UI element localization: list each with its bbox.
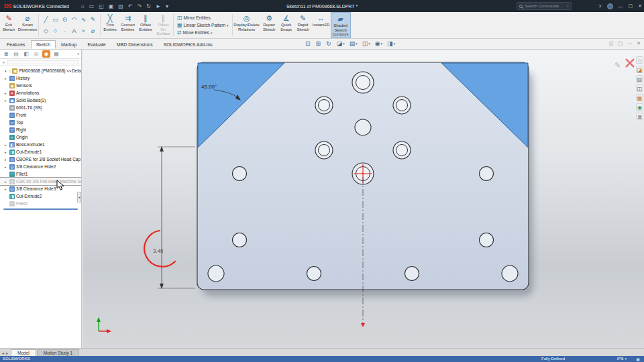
tree-item[interactable]: ▱ Top (0, 119, 81, 126)
command-tab[interactable]: SOLIDWORKS Add-Ins (158, 40, 218, 49)
tree-item[interactable]: ▸ ◧ Boss-Extrude1 (0, 141, 81, 148)
minimize-button[interactable]: — (619, 4, 623, 9)
search-input[interactable] (525, 4, 565, 8)
sketch-entity-button[interactable]: ⌀ (89, 25, 97, 36)
document-window-button[interactable]: — (627, 41, 632, 46)
hole-inner-circle[interactable] (319, 100, 330, 111)
hole-circle[interactable] (502, 265, 518, 282)
task-pane-tab-icon[interactable]: ◫ (636, 84, 643, 92)
hole-circle[interactable] (233, 233, 247, 247)
ribbon-button[interactable]: ∥ Offset Entities (137, 12, 154, 38)
hole-circle[interactable] (307, 267, 321, 281)
tree-item[interactable]: ▸ ◎ 3/8 Clearance Hole2 (0, 163, 81, 170)
quick-access-icon[interactable]: ↶ (128, 3, 133, 9)
ribbon-button[interactable]: ╳ Trim Entities (101, 12, 119, 38)
dropdown-caret-icon[interactable]: ▾ (343, 42, 345, 46)
panel-collapse-handle[interactable]: ◂ (77, 192, 81, 202)
command-tab[interactable]: Sketch (31, 40, 56, 49)
study-tab-nav-icon[interactable]: ▸ (6, 351, 8, 355)
hole-circle[interactable] (355, 119, 371, 135)
document-window-button[interactable]: ✕ (637, 41, 641, 46)
ribbon-button[interactable]: ↔ Instant2D (312, 12, 331, 38)
document-window-button[interactable]: ▢ (619, 41, 623, 46)
angle-dimension-text[interactable]: 45.00° (201, 84, 217, 90)
sketch-entity-button[interactable]: A (70, 25, 78, 36)
ribbon-button[interactable]: ✎ Exit Sketch (0, 12, 17, 38)
hole-circle[interactable] (405, 267, 419, 281)
quick-access-icon[interactable]: ▾ (166, 3, 168, 9)
sketch-entity-button[interactable]: ◇ (42, 25, 50, 36)
hole-circle[interactable] (208, 265, 224, 282)
expand-arrow-icon[interactable]: ▸ (5, 158, 9, 162)
sketch-entity-button[interactable]: ◠ (70, 14, 78, 25)
sketch-entity-button[interactable]: ∙ (60, 25, 69, 36)
task-pane-tab-icon[interactable]: ◪ (636, 66, 643, 73)
expand-arrow-icon[interactable]: ▸ (5, 143, 9, 147)
sketch-entity-button[interactable]: ∿ (79, 14, 88, 25)
sketch-entity-button[interactable]: ✎ (89, 14, 97, 25)
ribbon-button[interactable]: ⌀ Smart Dimension (17, 12, 38, 38)
graphics-viewport[interactable]: 45.00° 3.45 ✎ (83, 50, 644, 348)
filter-icon[interactable]: ▼ (2, 60, 5, 64)
quick-access-icon[interactable]: ↷ (138, 3, 142, 9)
task-pane-tab-icon[interactable]: ◉ (636, 103, 643, 111)
study-tab-nav-icon[interactable]: ◂ (2, 351, 4, 355)
hole-circle[interactable] (480, 233, 494, 247)
task-pane-tab-icon[interactable]: ▦ (636, 94, 643, 101)
expand-arrow-icon[interactable]: ▸ (5, 187, 9, 191)
sketch-canvas[interactable]: 45.00° 3.45 ✎ (83, 50, 644, 348)
manager-tab-icon[interactable]: ≣ (2, 50, 10, 58)
tree-item[interactable]: ▸ A Annotations (0, 89, 81, 97)
view-tool-button[interactable]: ◉ ▾ (375, 40, 382, 47)
expand-arrow-icon[interactable]: ▸ (5, 76, 9, 80)
quick-access-icon[interactable]: ◱ (99, 3, 104, 9)
tree-item[interactable]: ◠ Fillet1 (0, 170, 81, 178)
document-window-button[interactable]: ◱ (609, 41, 614, 46)
task-pane-tab-icon[interactable]: ⌂ (636, 56, 643, 64)
hole-inner-circle[interactable] (319, 145, 330, 156)
tree-item[interactable]: ▸ ◨ Cut-Extrude1 (0, 148, 81, 156)
view-tool-button[interactable]: ⊞ (316, 40, 322, 47)
confirmation-pencil-icon[interactable]: ✎ (614, 61, 621, 69)
command-tab[interactable]: MBD Dimensions (111, 40, 158, 49)
sketch-entity-button[interactable]: ▭ (51, 14, 60, 25)
study-tab[interactable]: Motion Study 1 (37, 349, 79, 356)
tree-item[interactable]: ≣ 6061-T6 (SS) (0, 104, 81, 111)
manager-tab-icon[interactable]: ▤ (12, 50, 20, 58)
sketch-entity-button[interactable]: ○ (51, 25, 60, 36)
command-tab[interactable]: Features (1, 40, 31, 49)
rollback-bar[interactable] (3, 208, 78, 210)
quick-access-icon[interactable]: ▣ (109, 3, 114, 9)
radius-dimension-text[interactable]: 3.45 (153, 248, 164, 254)
quick-access-icon[interactable]: ▤ (118, 3, 123, 9)
manager-tab-icon[interactable]: ◧ (22, 50, 30, 58)
selected-centerpoint-dot[interactable] (362, 173, 364, 174)
ribbon-button[interactable]: ⚙ Repair Sketch (260, 12, 278, 38)
command-search[interactable]: ▾ (517, 2, 572, 10)
command-tab[interactable]: Evaluate (82, 40, 111, 49)
hole-inner-circle[interactable] (396, 145, 408, 156)
quick-access-icon[interactable]: ▭ (89, 3, 95, 9)
tree-item[interactable]: ▸ ◷ History (0, 74, 81, 82)
hole-circle[interactable] (480, 167, 494, 181)
manager-tab-icon[interactable]: ▦ (52, 50, 60, 58)
view-tool-button[interactable]: ◪ ▾ (337, 40, 345, 47)
hole-circle[interactable] (233, 167, 247, 181)
quick-access-icon[interactable]: ⌂ (81, 3, 85, 9)
tree-item[interactable]: ◉ Sensors (0, 82, 81, 89)
ribbon-button[interactable]: ∥ Offset On Surface (154, 12, 172, 38)
view-tool-button[interactable]: ◨ ▾ (387, 40, 395, 47)
sketch-entity-button[interactable]: ≈ (79, 25, 88, 36)
dropdown-caret-icon[interactable]: ▾ (211, 31, 213, 35)
tree-item[interactable]: + Origin (0, 133, 81, 141)
ribbon-button[interactable]: ✎ Rapid Sketch (294, 12, 312, 38)
view-tool-button[interactable]: ◫ ▾ (362, 40, 370, 47)
tree-item[interactable]: ◨ Cut-Extrude2 (0, 192, 81, 200)
tree-item[interactable]: ▸ ◎ CBORE for 3/8 Socket Head Cap Scr... (0, 156, 81, 163)
dropdown-caret-icon[interactable]: ▾ (227, 23, 229, 27)
expand-arrow-icon[interactable]: ▸ (5, 91, 9, 95)
help-button[interactable]: ? (598, 3, 601, 9)
tree-item[interactable]: ▱ Front (0, 111, 81, 119)
ribbon-stack-button[interactable]: ⇄ Move Entities ▾ (177, 29, 229, 36)
status-tag-icon[interactable]: ▣ (636, 357, 640, 361)
